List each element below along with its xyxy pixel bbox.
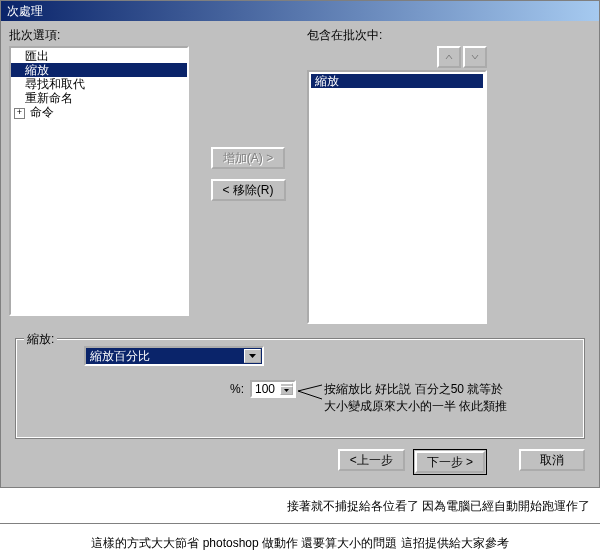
move-down-button[interactable] [463, 46, 487, 68]
move-up-button[interactable] [437, 46, 461, 68]
chevron-down-icon[interactable] [244, 349, 261, 363]
annotation-arrow-icon [298, 383, 324, 405]
percent-label: %: [84, 382, 244, 396]
svg-marker-0 [249, 354, 256, 358]
remove-button[interactable]: < 移除(R) [211, 179, 286, 201]
zoom-mode-combo[interactable]: 縮放百分比 [84, 346, 264, 366]
option-item[interactable]: 重新命名 [11, 91, 187, 105]
included-item-selected[interactable]: 縮放 [311, 74, 483, 88]
batch-options-label: 批次選項: [9, 27, 189, 44]
caption-1: 接著就不捕捉給各位看了 因為電腦已經自動開始跑運作了 [0, 488, 600, 523]
window-titlebar: 次處理 [1, 1, 599, 21]
zoom-mode-value: 縮放百分比 [90, 348, 150, 365]
annotation-line-2: 大小變成原來大小的一半 依此類推 [324, 398, 507, 415]
batch-options-listbox[interactable]: 匯出縮放尋找和取代重新命名+ 命令 [9, 46, 189, 316]
caption-2: 這樣的方式大大節省 photoshop 做動作 還要算大小的問題 這招提供給大家… [0, 525, 600, 559]
annotation-line-1: 按縮放比 好比説 百分之50 就等於 [324, 381, 507, 398]
svg-marker-2 [284, 389, 289, 392]
tree-expand-icon[interactable]: + [14, 108, 25, 119]
back-button[interactable]: <上一步 [338, 449, 405, 471]
cancel-button[interactable]: 取消 [519, 449, 585, 471]
svg-line-3 [298, 385, 322, 391]
option-item[interactable]: 尋找和取代 [11, 77, 187, 91]
included-listbox[interactable]: 縮放 [307, 70, 487, 324]
option-item[interactable]: 匯出 [11, 49, 187, 63]
option-item[interactable]: 縮放 [11, 63, 187, 77]
zoom-group-label: 縮放: [24, 331, 57, 348]
option-item[interactable]: + 命令 [11, 105, 187, 119]
stepper-down-icon[interactable] [280, 386, 293, 395]
next-button[interactable]: 下一步 > [415, 451, 485, 473]
percent-input[interactable]: 100 [250, 380, 296, 398]
svg-line-4 [298, 391, 322, 399]
add-button[interactable]: 增加(A) > [211, 147, 285, 169]
included-label: 包含在批次中: [307, 27, 487, 44]
percent-value: 100 [255, 382, 275, 396]
